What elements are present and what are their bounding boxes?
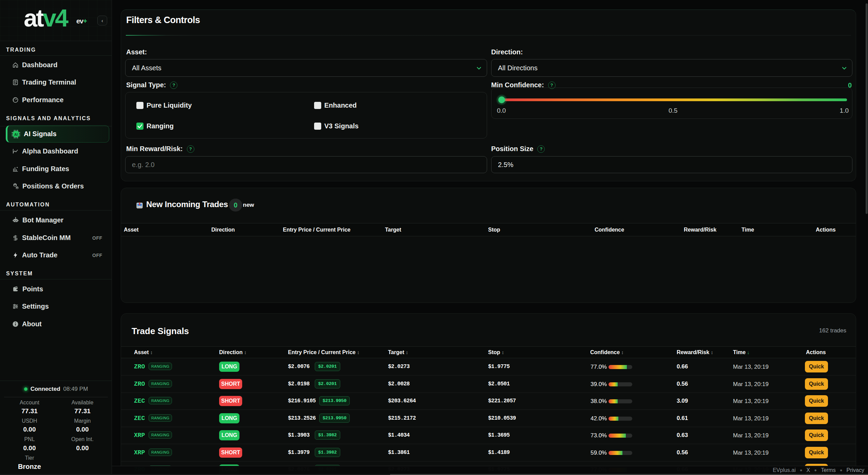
svg-text:AI: AI	[14, 132, 18, 136]
